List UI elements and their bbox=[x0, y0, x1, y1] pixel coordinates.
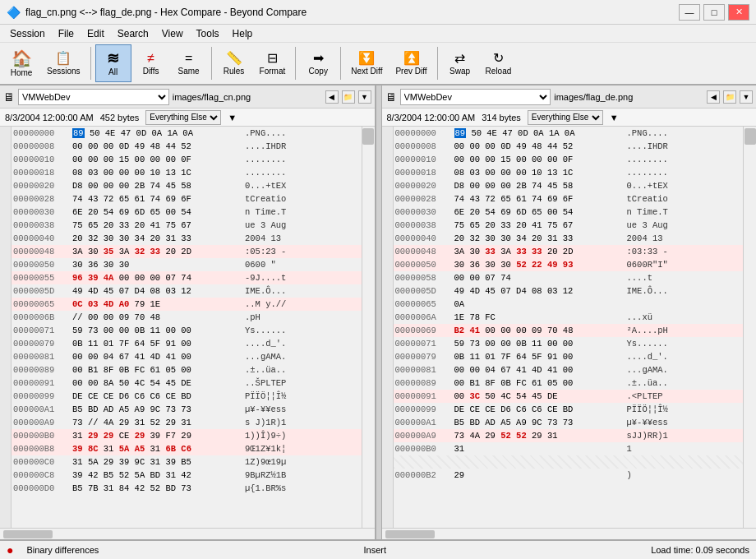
left-session-select[interactable]: VMWebDev bbox=[18, 89, 169, 105]
hex-bytes[interactable]: 49 4D 45 07 D4 08 03 12 bbox=[454, 286, 627, 296]
hex-bytes[interactable]: 00 B1 8F 0B FC 61 05 00 bbox=[72, 365, 245, 375]
hex-bytes[interactable]: 31 bbox=[454, 444, 627, 454]
menu-search[interactable]: Search bbox=[111, 26, 155, 41]
close-button[interactable]: ✕ bbox=[728, 4, 749, 21]
hex-ascii[interactable]: ue 3 Aug bbox=[627, 220, 668, 230]
same-button[interactable]: = Same bbox=[171, 44, 207, 82]
hex-ascii[interactable]: tCreatio bbox=[245, 194, 286, 204]
hex-bytes[interactable]: 0C 03 4D A0 79 1E bbox=[72, 299, 245, 309]
hex-ascii[interactable]: .pH bbox=[245, 312, 260, 322]
hex-bytes[interactable]: 0A bbox=[454, 299, 627, 309]
menu-edit[interactable]: Edit bbox=[81, 26, 111, 41]
hex-ascii[interactable]: .PNG.... bbox=[627, 128, 668, 138]
title-controls[interactable]: — □ ✕ bbox=[679, 4, 749, 21]
hex-bytes[interactable]: 74 43 72 65 61 74 69 6F bbox=[72, 194, 245, 204]
hex-ascii[interactable]: 0600R"I" bbox=[627, 260, 668, 270]
left-hscroll[interactable] bbox=[0, 528, 375, 539]
hex-bytes[interactable]: 00 00 00 0D 49 48 44 52 bbox=[454, 141, 627, 151]
hex-bytes[interactable]: B5 BD AD A5 A9 9C 73 73 bbox=[454, 418, 627, 427]
left-dropdown[interactable]: ▼ bbox=[358, 90, 371, 104]
hex-bytes[interactable]: D8 00 00 00 2B 74 45 58 bbox=[72, 181, 245, 191]
hex-ascii[interactable]: ....d_'. bbox=[627, 352, 668, 362]
menu-session[interactable]: Session bbox=[3, 26, 52, 41]
hex-ascii[interactable]: ²A....pH bbox=[627, 326, 668, 335]
hex-ascii[interactable]: 0...+tEX bbox=[245, 181, 286, 191]
hex-ascii[interactable]: µ¥-¥¥ess bbox=[627, 418, 668, 427]
sessions-button[interactable]: 📋 Sessions bbox=[41, 44, 86, 82]
hex-bytes[interactable]: B2 41 00 00 00 09 70 48 bbox=[454, 326, 627, 335]
reload-button[interactable]: ↻ Reload bbox=[480, 44, 518, 82]
hex-ascii[interactable]: 1 bbox=[627, 444, 632, 454]
menu-file[interactable]: File bbox=[52, 26, 81, 41]
hex-ascii[interactable]: ...xü bbox=[627, 312, 653, 322]
hex-bytes[interactable]: 00 00 00 15 00 00 00 0F bbox=[454, 155, 627, 164]
hex-bytes[interactable]: 75 65 20 33 20 41 75 67 bbox=[72, 220, 245, 230]
hex-ascii[interactable]: Ys...... bbox=[245, 326, 286, 335]
hex-ascii[interactable]: sJJ)RR)1 bbox=[627, 431, 668, 441]
hex-ascii[interactable]: IME.Ô... bbox=[627, 286, 668, 296]
hex-ascii[interactable]: ....IHDR bbox=[627, 141, 668, 151]
hex-bytes[interactable]: 6E 20 54 69 6D 65 00 54 bbox=[454, 207, 627, 217]
hex-ascii[interactable]: :05:23 - bbox=[245, 247, 286, 256]
hex-ascii[interactable]: .±..üa.. bbox=[627, 378, 668, 388]
right-hscroll[interactable] bbox=[382, 528, 757, 539]
hex-ascii[interactable]: ....IHDR bbox=[245, 141, 286, 151]
hex-bytes[interactable]: 39 42 B5 52 5A BD 31 42 bbox=[72, 470, 245, 480]
hex-ascii[interactable]: ....d_'. bbox=[245, 339, 286, 349]
hex-bytes[interactable]: 08 03 00 00 00 10 13 1C bbox=[72, 168, 245, 178]
hex-ascii[interactable]: 0600 " bbox=[245, 260, 276, 270]
maximize-button[interactable]: □ bbox=[703, 4, 725, 21]
right-filter-select[interactable]: Everything Else bbox=[528, 110, 603, 125]
hex-bytes[interactable]: 89 50 4E 47 0D 0A 1A 0A bbox=[454, 128, 627, 138]
minimize-button[interactable]: — bbox=[679, 4, 700, 21]
hex-ascii[interactable]: n Time.T bbox=[245, 207, 286, 217]
rules-button[interactable]: 📏 Rules bbox=[216, 44, 252, 82]
hex-ascii[interactable]: ........ bbox=[627, 155, 668, 164]
left-filter-select[interactable]: Everything Else bbox=[145, 110, 221, 125]
hex-bytes[interactable]: 31 5A 29 39 9C 31 39 B5 bbox=[72, 457, 245, 467]
hex-bytes[interactable]: 73 // 4A 29 31 52 29 31 bbox=[72, 418, 245, 427]
hex-bytes[interactable]: 30 36 30 30 bbox=[72, 260, 245, 270]
hex-bytes[interactable]: 00 3C 50 4C 54 45 DE bbox=[454, 391, 627, 401]
right-nav-back[interactable]: ◀ bbox=[707, 90, 720, 104]
hex-bytes[interactable]: 00 00 00 0D 49 48 44 52 bbox=[72, 141, 245, 151]
hex-bytes[interactable]: B5 BD AD A5 A9 9C 73 73 bbox=[72, 404, 245, 414]
hex-bytes[interactable]: 6E 20 54 69 6D 65 00 54 bbox=[72, 207, 245, 217]
hex-ascii[interactable]: :03:33 - bbox=[627, 247, 668, 256]
hex-bytes[interactable]: 0B 11 01 7F 64 5F 91 00 bbox=[454, 352, 627, 362]
hex-bytes[interactable]: 73 4A 29 52 52 29 31 bbox=[454, 431, 627, 441]
hex-bytes[interactable]: 39 8C 31 5A A5 31 6B C6 bbox=[72, 444, 245, 454]
hex-bytes[interactable]: 00 00 00 15 00 00 00 0F bbox=[72, 155, 245, 164]
hex-bytes[interactable]: 00 B1 8F 0B FC 61 05 00 bbox=[454, 378, 627, 388]
hex-ascii[interactable]: PÏÏÖ¦¦Î½ bbox=[245, 391, 286, 401]
hex-bytes[interactable]: 20 32 30 30 34 20 31 33 bbox=[72, 233, 245, 243]
hex-ascii[interactable]: ...gAMA. bbox=[245, 352, 286, 362]
hex-ascii[interactable]: 1Z)9œ19µ bbox=[245, 457, 286, 467]
hex-ascii[interactable]: ........ bbox=[627, 168, 668, 178]
hex-ascii[interactable]: ........ bbox=[245, 155, 286, 164]
panel-divider[interactable] bbox=[376, 85, 382, 539]
hex-bytes[interactable]: 74 43 72 65 61 74 69 6F bbox=[454, 194, 627, 204]
hex-bytes[interactable]: D8 00 00 00 2B 74 45 58 bbox=[454, 181, 627, 191]
hex-bytes[interactable]: DE CE CE D6 C6 C6 CE BD bbox=[72, 391, 245, 401]
menu-view[interactable]: View bbox=[155, 26, 190, 41]
hex-bytes[interactable]: 00 00 04 67 41 4D 41 00 bbox=[454, 365, 627, 375]
hex-bytes[interactable]: // 00 00 09 70 48 bbox=[72, 312, 245, 322]
hex-bytes[interactable]: 08 03 00 00 00 10 13 1C bbox=[454, 168, 627, 178]
hex-bytes[interactable]: 00 00 04 67 41 4D 41 00 bbox=[72, 352, 245, 362]
left-scrollbar[interactable] bbox=[362, 127, 375, 528]
hex-ascii[interactable]: ue 3 Aug bbox=[245, 220, 286, 230]
hex-bytes[interactable]: 89 50 4E 47 0D 0A 1A 0A bbox=[72, 128, 245, 138]
right-session-select[interactable]: VMWebDev bbox=[400, 89, 551, 105]
hex-bytes[interactable]: 20 32 30 30 34 20 31 33 bbox=[454, 233, 627, 243]
hex-bytes[interactable]: 0B 11 01 7F 64 5F 91 00 bbox=[72, 339, 245, 349]
hex-ascii[interactable]: µ¥-¥¥ess bbox=[245, 404, 286, 414]
copy-button[interactable]: ➡ Copy bbox=[300, 44, 336, 82]
hex-bytes[interactable]: 1E 78 FC bbox=[454, 312, 627, 322]
right-open-folder[interactable]: 📁 bbox=[723, 90, 736, 104]
home-button[interactable]: 🏠 Home bbox=[3, 44, 39, 82]
hex-ascii[interactable]: IME.Ô... bbox=[245, 286, 286, 296]
menu-tools[interactable]: Tools bbox=[190, 26, 226, 41]
right-hex-content[interactable]: 0000000089 50 4E 47 0D 0A 1A 0A.PNG....0… bbox=[394, 127, 744, 528]
hex-ascii[interactable]: ..M y.// bbox=[245, 299, 286, 309]
